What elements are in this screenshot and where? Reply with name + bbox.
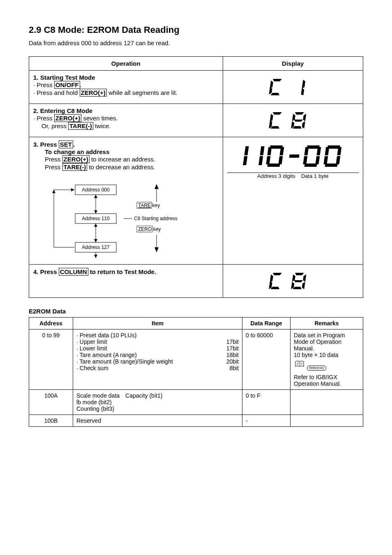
step3-line2: Press TARE(-) to decrease an address. <box>45 163 219 171</box>
svg-rect-34 <box>304 147 309 155</box>
e2rom-data-heading: E2ROM Data <box>29 308 363 315</box>
svg-rect-43 <box>336 156 340 164</box>
step4-text-a: 4. Press <box>33 268 59 275</box>
operation-cell: 1. Starting Test Mode · Press ON/OFF. · … <box>29 71 223 104</box>
step4-text-b: to return to Test Mode. <box>88 268 157 275</box>
display-cell: Address 3 digits Data 1 byte <box>223 137 363 265</box>
c8-start-label: C8 Starting address <box>134 216 178 221</box>
table-row: 100A Scale mode data Capacity (bit1) lb … <box>29 390 363 415</box>
item-bits: 18bit <box>226 352 239 358</box>
header-range: Data Range <box>242 318 291 329</box>
table-row: 100B Reserved - <box>29 415 363 427</box>
tare-minus-button-label: TARE(-) <box>62 163 88 171</box>
address-cell: 100B <box>29 415 73 427</box>
svg-marker-14 <box>154 184 159 189</box>
text: to decrease an address. <box>87 164 155 170</box>
step2-title: 2. Entering C8 Mode <box>33 107 219 114</box>
svg-rect-24 <box>260 146 264 155</box>
caption-data: Data 1 byte <box>301 173 329 179</box>
zero-plus-button-label: ZERO(+) <box>62 155 90 163</box>
diagram-svg: Address 000 Address 110 Address 127 <box>50 177 198 260</box>
display-caption: Address 3 digits Data 1 byte <box>227 173 359 179</box>
item-label: · Tare amount (A range) <box>76 352 137 358</box>
remarks-line: Refer to IGB/IGX Operation Manual. <box>294 374 360 387</box>
remarks-line: Data set in Program Mode of Operation Ma… <box>294 332 360 352</box>
text: to increase an address. <box>90 156 155 163</box>
remarks-cell: Data set in Program Mode of Operation Ma… <box>291 329 363 390</box>
display-cell <box>223 265 363 298</box>
svg-marker-1 <box>52 190 55 193</box>
table-row: 0 to 99 · Preset data (10 PLUs) · Upper … <box>29 329 363 390</box>
step1-line2: · Press and hold ZERO(+) while all segme… <box>33 89 219 97</box>
range-cell: 0 to F <box>242 390 291 415</box>
step3-subtitle: To change an address <box>45 148 219 155</box>
item-cell: Reserved <box>73 415 242 427</box>
header-operation: Operation <box>29 57 223 71</box>
intro-text: Data from address 000 to address 127 can… <box>29 39 363 46</box>
text: · Press <box>33 115 54 122</box>
text: · Press and hold <box>33 89 80 96</box>
svg-rect-32 <box>289 154 299 158</box>
svg-text:ZERO key: ZERO key <box>138 226 161 232</box>
step3-title: 3. Press SET. <box>33 140 219 148</box>
svg-rect-37 <box>315 156 320 164</box>
addr127-label: Address 127 <box>82 244 110 250</box>
reference-label: Reference <box>307 366 326 371</box>
svg-rect-30 <box>278 156 283 164</box>
svg-rect-29 <box>266 156 270 164</box>
range-cell: - <box>242 415 291 427</box>
svg-rect-38 <box>304 164 317 167</box>
item-bits: 17bit <box>226 345 239 352</box>
zero-key-label: ZERO <box>138 226 152 232</box>
item-bits: 17bit <box>226 339 239 345</box>
text: while all segments are lit. <box>107 89 178 96</box>
svg-marker-6 <box>94 195 97 198</box>
svg-rect-25 <box>258 156 263 165</box>
header-display: Display <box>223 57 363 71</box>
header-item: Item <box>73 318 242 329</box>
svg-rect-27 <box>267 147 272 155</box>
operation-cell: 4. Press COLUMN to return to Test Mode. <box>29 265 223 298</box>
text: Press <box>45 164 62 170</box>
addr110-label: Address 110 <box>82 216 110 221</box>
address-cell: 0 to 99 <box>29 329 73 390</box>
seven-seg-c8-icon <box>264 109 322 132</box>
item-label: · Lower limit <box>76 345 107 352</box>
header-remarks: Remarks <box>291 318 363 329</box>
svg-marker-7 <box>94 210 97 214</box>
item-bits: 8bit <box>229 365 239 371</box>
svg-rect-22 <box>244 146 249 155</box>
svg-marker-21 <box>154 247 159 252</box>
svg-rect-36 <box>303 156 307 164</box>
svg-rect-42 <box>323 156 328 164</box>
step1-line1: · Press ON/OFF. <box>33 81 219 89</box>
svg-marker-0 <box>71 188 74 191</box>
operation-display-table: Operation Display 1. Starting Test Mode … <box>29 56 363 298</box>
tare-key-label: TARE <box>138 203 151 208</box>
step2-line2: Or, press TARE(-) twice. <box>42 122 219 130</box>
text: . <box>73 141 75 148</box>
remarks-cell <box>291 390 363 415</box>
range-cell: 0 to 60000 <box>242 329 291 390</box>
operation-cell: 3. Press SET. To change an address Press… <box>29 137 223 265</box>
display-cell <box>223 71 363 104</box>
text: Or, press <box>42 122 68 129</box>
item-label: · Check sum <box>76 365 108 371</box>
step3-line1: Press ZERO(+) to increase an address. <box>45 155 219 163</box>
text: twice. <box>93 122 111 129</box>
remarks-cell <box>291 415 363 427</box>
item-cell: Scale mode data Capacity (bit1) lb mode … <box>73 390 242 415</box>
tare-minus-button-label: TARE(-) <box>68 122 93 130</box>
table-row: 4. Press COLUMN to return to Test Mode. <box>29 265 363 298</box>
address-cell: 100A <box>29 390 73 415</box>
caption-address: Address 3 digits <box>257 173 295 179</box>
reference-icon <box>294 360 305 370</box>
svg-text:TARE key: TARE key <box>138 203 160 208</box>
step2-line1: · Press ZERO(+) seven times. <box>33 114 219 122</box>
text: 3. Press <box>33 141 59 148</box>
item-bits: 20bit <box>226 358 239 365</box>
item-cell: · Preset data (10 PLUs) · Upper limit17b… <box>73 329 242 390</box>
svg-rect-23 <box>243 156 247 165</box>
address-flow-diagram: Address 000 Address 110 Address 127 <box>50 177 219 261</box>
set-button-label: SET <box>59 140 73 148</box>
